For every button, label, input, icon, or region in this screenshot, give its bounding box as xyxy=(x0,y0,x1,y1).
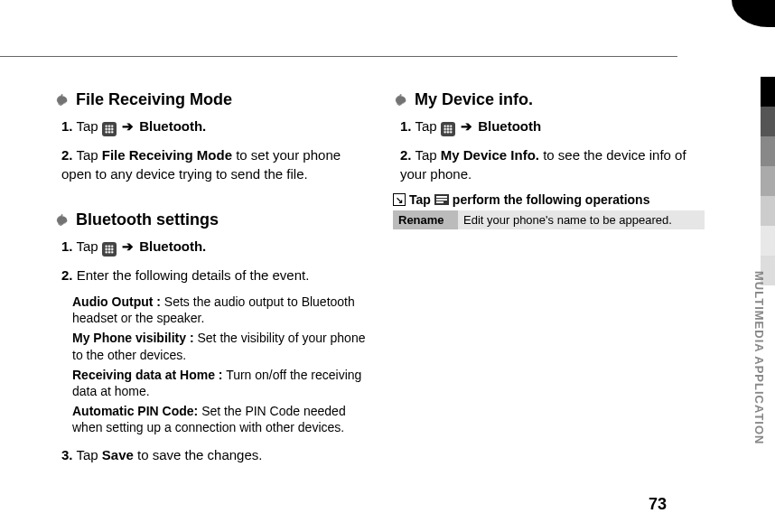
page-number: 73 xyxy=(649,495,667,514)
arrow-icon: ➔ xyxy=(122,118,134,134)
heading-text: Bluetooth settings xyxy=(76,210,219,229)
step-text: Tap xyxy=(76,447,98,462)
tab-spacer xyxy=(732,27,775,77)
detail-label: Audio Output : xyxy=(72,294,161,309)
step-text: Tap xyxy=(76,118,98,134)
right-column: My Device info. 1. Tap ➔ Bluetooth 2. Ta… xyxy=(393,90,705,473)
step-1: 1. Tap ➔ Bluetooth xyxy=(393,117,705,136)
step-number: 2. xyxy=(400,147,412,163)
step-number: 3. xyxy=(61,447,73,462)
left-column: File Receiving Mode 1. Tap ➔ Bluetooth. … xyxy=(54,90,366,473)
tip-arrow-icon: ↘ xyxy=(393,193,406,206)
manual-page: File Receiving Mode 1. Tap ➔ Bluetooth. … xyxy=(0,0,732,532)
thumb-tab xyxy=(761,136,775,166)
menu-list-icon xyxy=(434,194,449,205)
hand-icon xyxy=(54,93,70,107)
tip-pre: Tap xyxy=(409,192,431,207)
thumb-tab xyxy=(761,77,775,107)
detail-label: Automatic PIN Code: xyxy=(72,404,198,418)
step-1: 1. Tap ➔ Bluetooth. xyxy=(54,117,366,136)
step-target: Bluetooth. xyxy=(139,238,206,254)
side-tab-strip xyxy=(732,0,775,532)
apps-grid-icon xyxy=(102,242,117,257)
step-target: My Device Info. xyxy=(441,147,539,163)
step-2: 2. Tap My Device Info. to see the device… xyxy=(393,145,705,183)
rename-table-row: Rename Edit your phone's name to be appe… xyxy=(393,210,705,229)
apps-grid-icon xyxy=(441,122,455,136)
section-heading-device-info: My Device info. xyxy=(393,90,705,109)
two-column-layout: File Receiving Mode 1. Tap ➔ Bluetooth. … xyxy=(54,90,714,473)
step-target: Bluetooth xyxy=(478,118,541,134)
step-number: 1. xyxy=(400,118,412,134)
thumb-tab xyxy=(761,196,775,226)
side-section-label: MULTIMEDIA APPLICATION xyxy=(752,271,767,444)
detail-pin-code: Automatic PIN Code: Set the PIN Code nee… xyxy=(54,403,366,435)
step-text: to save the changes. xyxy=(137,447,262,462)
arrow-icon: ➔ xyxy=(461,118,472,134)
step-2: 2. Enter the following details of the ev… xyxy=(54,266,366,285)
tip-post: perform the following operations xyxy=(453,192,650,207)
step-number: 1. xyxy=(61,118,73,134)
step-text: Tap xyxy=(415,118,436,134)
table-header-cell: Rename xyxy=(393,210,458,229)
hand-icon xyxy=(54,213,70,228)
detail-audio-output: Audio Output : Sets the audio output to … xyxy=(54,294,366,326)
step-text: Tap xyxy=(76,238,98,254)
step-number: 2. xyxy=(61,147,73,163)
thumb-tab xyxy=(761,226,775,256)
detail-label: My Phone visibility : xyxy=(72,331,194,345)
heading-text: File Receiving Mode xyxy=(76,90,232,109)
step-1: 1. Tap ➔ Bluetooth. xyxy=(54,237,366,257)
tip-row: ↘ Tap perform the following operations xyxy=(393,192,705,207)
step-target: Save xyxy=(102,447,134,462)
detail-label: Receiving data at Home : xyxy=(72,368,223,382)
top-rule xyxy=(0,56,677,57)
hand-icon xyxy=(393,93,409,107)
table-data-cell: Edit your phone's name to be appeared. xyxy=(458,210,705,229)
step-number: 1. xyxy=(61,238,73,254)
step-3: 3. Tap Save to save the changes. xyxy=(54,445,366,464)
section-heading-file-receiving: File Receiving Mode xyxy=(54,90,366,109)
heading-text: My Device info. xyxy=(415,90,533,109)
arrow-icon: ➔ xyxy=(122,238,134,254)
apps-grid-icon xyxy=(102,122,117,136)
detail-visibility: My Phone visibility : Set the visibility… xyxy=(54,330,366,362)
section-heading-bt-settings: Bluetooth settings xyxy=(54,210,366,229)
step-text: Tap xyxy=(415,147,436,163)
step-target: Bluetooth. xyxy=(139,118,206,134)
detail-receiving-home: Receiving data at Home : Turn on/off the… xyxy=(54,367,366,399)
step-text: Tap xyxy=(76,147,98,163)
step-target: File Receiving Mode xyxy=(102,147,232,163)
step-2: 2. Tap File Receiving Mode to set your p… xyxy=(54,145,366,183)
thumb-tab xyxy=(761,107,775,136)
step-number: 2. xyxy=(61,267,73,283)
step-text: Enter the following details of the event… xyxy=(77,267,310,283)
corner-curve xyxy=(732,0,775,27)
thumb-tab xyxy=(761,166,775,196)
